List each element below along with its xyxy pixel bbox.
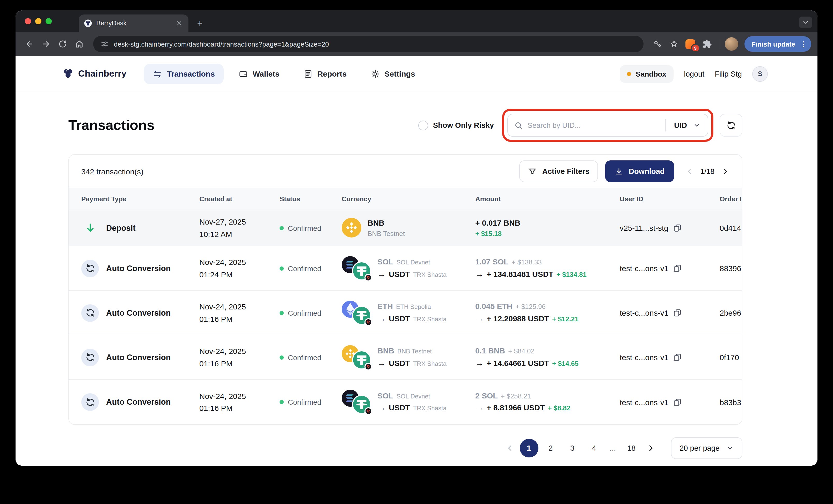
order-id: b83b3: [707, 398, 742, 406]
copy-icon[interactable]: [673, 224, 682, 232]
passwords-key-icon[interactable]: [649, 36, 665, 52]
chevron-down-icon: [693, 122, 700, 129]
transactions-icon: [153, 69, 162, 78]
chainberry-logo[interactable]: Chainberry: [62, 68, 126, 80]
nav-settings[interactable]: Settings: [362, 64, 424, 84]
user-avatar[interactable]: S: [752, 66, 768, 81]
copy-icon[interactable]: [673, 398, 682, 406]
trx-network-badge-icon: [364, 363, 372, 371]
profile-avatar[interactable]: [724, 37, 738, 51]
show-only-risky-toggle[interactable]: Show Only Risky: [419, 120, 494, 130]
created-date: Nov-24, 2025: [199, 301, 267, 313]
usdt-coin-icon: [353, 351, 370, 369]
from-amount-usd: + $84.02: [508, 347, 534, 357]
per-page-select[interactable]: 20 per page: [671, 437, 742, 459]
to-network: TRX Shasta: [413, 314, 447, 324]
reload-button[interactable]: [55, 36, 70, 52]
logout-link[interactable]: logout: [684, 70, 704, 78]
url-text: desk-stg.chainberry.com/dashboard/transa…: [114, 40, 329, 48]
nav-label: Wallets: [253, 69, 280, 78]
refresh-button[interactable]: [720, 114, 742, 136]
kebab-menu-icon[interactable]: ⋮: [800, 40, 807, 48]
deposit-arrow-icon: [81, 219, 99, 237]
to-amount: + 8.81966 USDT: [487, 402, 545, 414]
active-filters-button[interactable]: Active Filters: [520, 160, 598, 182]
nav-reports[interactable]: Reports: [294, 64, 355, 84]
table-row[interactable]: Auto ConversionNov-24, 202501:16 PMConfi…: [69, 291, 742, 335]
extensions-puzzle-icon[interactable]: [699, 36, 715, 52]
to-network: TRX Shasta: [413, 404, 447, 413]
bookmark-star-icon[interactable]: [666, 36, 682, 52]
page-button-1[interactable]: 1: [520, 439, 538, 457]
extension-icon[interactable]: 9: [683, 36, 698, 52]
page-button-2[interactable]: 2: [541, 439, 560, 457]
payment-type-label: Auto Conversion: [106, 397, 171, 407]
home-button[interactable]: [71, 36, 87, 52]
from-amount: 2 SOL: [475, 389, 498, 402]
address-bar[interactable]: desk-stg.chainberry.com/dashboard/transa…: [93, 36, 643, 52]
table-row[interactable]: Auto ConversionNov-24, 202501:16 PMConfi…: [69, 380, 742, 424]
from-amount: 0.1 BNB: [475, 345, 505, 357]
nav-wallets[interactable]: Wallets: [230, 64, 288, 84]
copy-icon[interactable]: [673, 308, 682, 317]
table-row[interactable]: Auto ConversionNov-24, 202501:24 PMConfi…: [69, 246, 742, 291]
zoom-window-button[interactable]: [46, 18, 52, 24]
copy-icon[interactable]: [673, 264, 682, 273]
active-filters-label: Active Filters: [542, 167, 589, 175]
environment-badge: Sandbox: [620, 65, 673, 82]
currency-network: BNB Testnet: [367, 229, 405, 239]
nav-transactions[interactable]: Transactions: [144, 64, 224, 84]
site-info-icon[interactable]: [100, 40, 109, 48]
browser-tab[interactable]: BerryDesk: [79, 15, 188, 32]
conversion-arrow: →: [475, 312, 483, 325]
app-header: Chainberry Transactions Wallets: [16, 56, 817, 92]
payment-type-label: Deposit: [106, 223, 136, 233]
col-status: Status: [267, 188, 329, 209]
forward-button[interactable]: [38, 36, 54, 52]
page-button-3[interactable]: 3: [563, 439, 582, 457]
search-input[interactable]: [527, 121, 659, 129]
table-row[interactable]: DepositNov-27, 202510:12 AMConfirmedBNBB…: [69, 210, 742, 246]
tab-title: BerryDesk: [96, 20, 171, 27]
tab-search-chevron-icon[interactable]: [799, 17, 812, 28]
table-row[interactable]: Auto ConversionNov-24, 202501:16 PMConfi…: [69, 335, 742, 380]
berrydesk-favicon-icon: [84, 19, 92, 27]
bnb-coin-icon: [342, 218, 361, 238]
currency-pair-icons: [342, 345, 371, 370]
to-amount: + 134.81481 USDT: [487, 268, 553, 280]
to-amount-usd: + $134.81: [556, 269, 587, 280]
trx-network-badge-icon: [364, 274, 372, 281]
back-button[interactable]: [22, 36, 37, 52]
page-button-4[interactable]: 4: [585, 439, 603, 457]
new-tab-button[interactable]: +: [193, 16, 207, 30]
risky-checkbox[interactable]: [419, 120, 428, 130]
search-type-select[interactable]: UID: [666, 121, 708, 129]
page-button-18[interactable]: 18: [622, 439, 641, 457]
screenshot-canvas: BerryDesk +: [0, 0, 833, 504]
user-id: test-c...ons-v1: [620, 264, 668, 273]
minimize-window-button[interactable]: [35, 18, 42, 24]
filter-funnel-icon: [528, 167, 537, 176]
conversion-arrow: →: [377, 402, 386, 414]
conversion-arrow: →: [475, 268, 483, 281]
col-user-id: User ID: [607, 188, 707, 209]
usdt-coin-icon: [353, 396, 370, 413]
per-page-value: 20 per page: [680, 444, 720, 452]
status-dot-icon: [280, 311, 284, 315]
finish-update-button[interactable]: Finish update ⋮: [744, 36, 811, 52]
copy-icon[interactable]: [673, 353, 682, 362]
download-button[interactable]: Download: [605, 160, 674, 182]
auto-conversion-icon: [81, 259, 99, 277]
tab-close-icon[interactable]: [175, 19, 183, 27]
prev-page-chevron-icon[interactable]: [686, 167, 694, 175]
from-network: SOL Devnet: [397, 392, 430, 401]
pagination-next-icon[interactable]: [646, 444, 655, 453]
next-page-chevron-icon[interactable]: [721, 167, 730, 175]
pagination-prev-icon[interactable]: [505, 444, 514, 453]
order-id: 2be96: [707, 308, 742, 317]
close-window-button[interactable]: [25, 18, 31, 24]
status-label: Confirmed: [288, 309, 321, 317]
from-network: SOL Devnet: [397, 258, 430, 268]
to-currency: USDT: [389, 268, 410, 280]
created-time: 10:12 AM: [199, 228, 267, 240]
